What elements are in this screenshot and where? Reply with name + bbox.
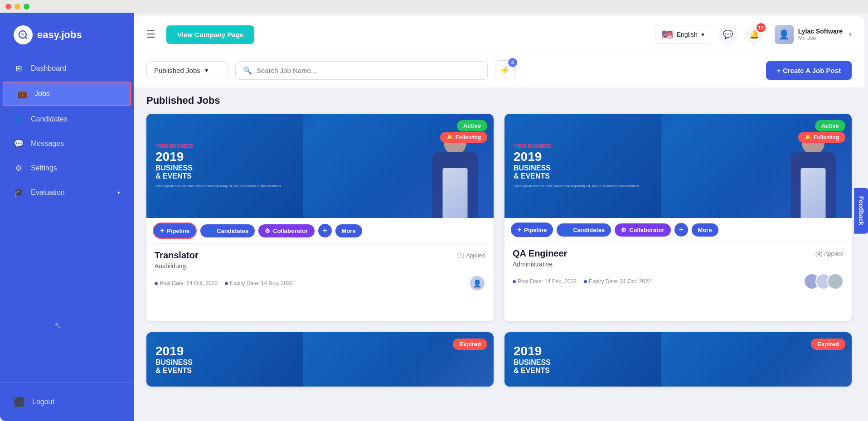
- sidebar-item-jobs[interactable]: 💼 Jobs: [3, 82, 131, 106]
- header: ☰ View Company Page 🇺🇸 English ▾ 💬 🔔 13 …: [134, 16, 864, 53]
- logout-icon: ⬛: [14, 397, 25, 407]
- job-meta-2: Post Date: 14 Feb, 2022 Expiry Date: 31 …: [513, 273, 844, 290]
- job-title-2: QA Engineer: [513, 248, 567, 259]
- job-dates: Post Date: 24 Oct, 2022 Expiry Date: 14 …: [155, 280, 293, 286]
- more-add-button[interactable]: +: [318, 224, 332, 237]
- bell-small-icon-2: 🔔: [805, 134, 811, 140]
- hamburger-icon[interactable]: ☰: [146, 29, 155, 40]
- following-badge-2: 🔔 Following: [798, 132, 845, 143]
- filter-button[interactable]: ⚡ 4: [495, 60, 515, 80]
- flag-icon: 🇺🇸: [662, 29, 673, 40]
- sidebar-item-label: Jobs: [34, 90, 50, 98]
- cursor: ↖: [54, 320, 61, 330]
- svg-point-1: [21, 33, 24, 36]
- sidebar-item-candidates[interactable]: 👤 Candidates: [0, 108, 134, 131]
- collaborator-button-2[interactable]: ⚙ Collaborator: [615, 223, 670, 237]
- person-icon: 👤: [207, 227, 214, 234]
- page-title: Published Jobs: [146, 95, 852, 106]
- job-card-image-1: ▼ your business 2019 BUSINESS& EVENTS Lo…: [146, 114, 494, 218]
- filter-icon: ⚡: [500, 65, 510, 75]
- pipeline-button-2[interactable]: + Pipeline: [511, 223, 553, 237]
- feedback-tab[interactable]: Feedback: [854, 188, 868, 233]
- pipeline-button[interactable]: + Pipeline: [153, 223, 197, 239]
- sidebar-item-label: Evaluation: [31, 189, 65, 197]
- post-date-2: Post Date: 14 Feb, 2022: [513, 278, 577, 285]
- job-card-translator: ▼ your business 2019 BUSINESS& EVENTS Lo…: [146, 114, 494, 321]
- following-label-2: Following: [814, 134, 839, 140]
- mac-close-btn[interactable]: [5, 4, 11, 10]
- logout-label: Logout: [32, 398, 54, 406]
- view-company-button[interactable]: View Company Page: [166, 25, 254, 44]
- sidebar-item-evaluation[interactable]: 🎓 Evaluation ▾: [0, 181, 134, 204]
- biz-year: 2019: [155, 150, 184, 164]
- user-name: Lylac Software: [798, 28, 843, 35]
- chevron-down-icon: ▾: [117, 189, 120, 196]
- candidates-icon: 👤: [14, 114, 24, 124]
- search-box: 🔍: [235, 61, 488, 80]
- language-label: English: [677, 31, 698, 38]
- mac-maximize-btn[interactable]: [24, 4, 29, 10]
- biz-year-2: 2019: [514, 150, 542, 164]
- avatar: 👤: [775, 25, 794, 44]
- logout-item[interactable]: ⬛ Logout: [14, 392, 120, 412]
- dashboard-icon: ⊞: [14, 63, 24, 73]
- message-button[interactable]: 💬: [718, 25, 737, 44]
- evaluation-icon: 🎓: [14, 188, 24, 198]
- gear-small-icon: ⚙: [265, 227, 270, 234]
- user-menu[interactable]: 👤 Lylac Software Mr. Joe ▾: [775, 25, 852, 44]
- status-badge-active-2: Active: [815, 120, 845, 131]
- message-icon: 💬: [723, 29, 733, 39]
- job-company: Ausbildung: [155, 262, 485, 270]
- job-dates-2: Post Date: 14 Feb, 2022 Expiry Date: 31 …: [513, 278, 651, 285]
- more-add-button-2[interactable]: +: [674, 223, 688, 237]
- jobs-grid: ▼ your business 2019 BUSINESS& EVENTS Lo…: [134, 110, 864, 421]
- sidebar-item-dashboard[interactable]: ⊞ Dashboard: [0, 57, 134, 80]
- jobs-icon: 💼: [17, 89, 27, 99]
- biz-subtitle: BUSINESS& EVENTS: [155, 164, 193, 180]
- candidates-button-2[interactable]: 👤 Candidates: [557, 223, 611, 237]
- job-info-1: Translator (1) Applied Ausbildung Post D…: [146, 244, 494, 300]
- job-card-qa-engineer: your business 2019 BUSINESS& EVENTS Lore…: [504, 114, 852, 321]
- plus-icon-2: +: [517, 226, 521, 234]
- expiry-date: Expiry Date: 14 Nov, 2022: [225, 280, 293, 286]
- job-card-image-2: your business 2019 BUSINESS& EVENTS Lore…: [504, 114, 852, 218]
- expiry-date-2: Expiry Date: 31 Oct, 2022: [584, 278, 651, 285]
- post-date: Post Date: 24 Oct, 2022: [155, 280, 218, 286]
- red-arrow-indicator: ▼: [452, 114, 463, 118]
- mac-minimize-btn[interactable]: [15, 4, 20, 10]
- language-selector[interactable]: 🇺🇸 English ▾: [655, 25, 711, 44]
- user-role: Mr. Joe: [798, 35, 843, 41]
- job-card-image-3: 2019 BUSINESS& EVENTS Expired: [146, 332, 494, 387]
- chevron-down-icon: ▾: [205, 66, 209, 74]
- biz-text-2: Lorem ipsum dolor sit amet, consectetur …: [514, 184, 639, 189]
- chevron-down-icon: ▾: [701, 31, 704, 38]
- job-image-visual-2: your business 2019 BUSINESS& EVENTS Lore…: [504, 114, 852, 218]
- more-button-2[interactable]: More: [692, 223, 718, 237]
- sidebar-item-settings[interactable]: ⚙ Settings: [0, 157, 134, 179]
- notification-button[interactable]: 🔔 13: [745, 25, 764, 44]
- sidebar-nav: ⊞ Dashboard 💼 Jobs 👤 Candidates 💬 Messag…: [0, 57, 134, 382]
- more-button[interactable]: More: [335, 224, 362, 237]
- job-card-image-4: 2019 BUSINESS& EVENTS Expired: [504, 332, 852, 387]
- search-input[interactable]: [257, 67, 480, 74]
- toolbar: Published Jobs ▾ 🔍 ⚡ 4 + Create A Job Po…: [134, 53, 864, 87]
- create-job-button[interactable]: + Create A Job Post: [766, 61, 852, 80]
- sidebar: easy.jobs ⊞ Dashboard 💼 Jobs 👤 Candidate…: [0, 13, 134, 421]
- logo-text: easy.jobs: [37, 29, 82, 41]
- biz-title-2: your business: [514, 144, 551, 149]
- bell-small-icon: 🔔: [446, 134, 453, 140]
- job-meta: Post Date: 24 Oct, 2022 Expiry Date: 14 …: [155, 275, 485, 291]
- page-title-bar: Published Jobs: [134, 87, 864, 110]
- person-icon-2: 👤: [563, 227, 570, 233]
- job-info-2: QA Engineer (4) Applied Administrative P…: [504, 242, 852, 298]
- status-badge-expired-2: Expired: [811, 339, 845, 350]
- collaborator-button[interactable]: ⚙ Collaborator: [258, 224, 314, 237]
- job-title: Translator: [155, 250, 199, 261]
- published-jobs-dropdown[interactable]: Published Jobs ▾: [146, 61, 228, 79]
- sidebar-item-label: Dashboard: [31, 64, 66, 73]
- applicant-avatars-2: [804, 273, 844, 290]
- sidebar-item-messages[interactable]: 💬 Messages: [0, 132, 134, 155]
- candidates-button[interactable]: 👤 Candidates: [200, 224, 255, 237]
- logo-icon: [14, 25, 33, 44]
- job-actions-2: + Pipeline 👤 Candidates ⚙ Collaborator +…: [504, 218, 852, 242]
